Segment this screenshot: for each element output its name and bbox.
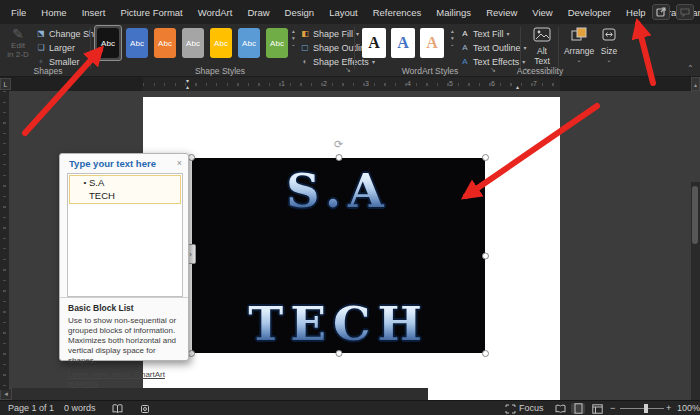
vertical-scrollbar[interactable]: ▾ <box>691 182 700 415</box>
size-button[interactable]: Size ⌄ <box>596 27 622 63</box>
larger-label: Larger <box>49 43 75 53</box>
shape-effects-icon: ◐ <box>300 57 310 66</box>
smartart-text-line2[interactable]: TECH <box>192 296 485 351</box>
resize-handle-bottom-left[interactable] <box>188 350 195 357</box>
text-fill-button[interactable]: A Text Fill ▾ <box>460 27 510 40</box>
resize-handle-top-left[interactable] <box>188 154 195 161</box>
alt-text-button[interactable]: Alt Text <box>527 27 557 66</box>
zoom-in-button[interactable]: + <box>666 403 671 413</box>
tab-stop-selector[interactable]: L <box>0 78 11 90</box>
status-bar: Page 1 of 1 0 words Focus − + 100% <box>0 400 700 415</box>
tab-help[interactable]: Help <box>622 3 650 22</box>
tab-wordart[interactable]: WordArt <box>194 3 237 22</box>
tab-review[interactable]: Review <box>482 3 521 22</box>
list-item-text: S.A <box>89 177 104 188</box>
zoom-percentage[interactable]: 100% <box>677 403 700 413</box>
text-pane-list[interactable]: • S.A TECH <box>67 173 183 297</box>
learn-more-link[interactable]: Learn more about SmartArt graphics <box>68 370 180 388</box>
read-mode-icon[interactable] <box>553 403 567 414</box>
ruler-row: L 1 2 3 4 5 6 7 ▾ ▴ ▴ <box>0 77 700 91</box>
shape-fill-icon: ◧ <box>300 29 310 38</box>
shape-style-swatch-gray[interactable]: Abc <box>182 28 204 58</box>
layout-name: Basic Block List <box>68 303 180 313</box>
shape-style-swatch-orange[interactable]: Abc <box>154 28 176 58</box>
scrollbar-thumb[interactable] <box>692 186 698 244</box>
ruler-number: 7 <box>533 80 537 87</box>
list-item[interactable]: • S.A <box>70 176 180 189</box>
horizontal-ruler: 1 2 3 4 5 6 7 ▾ ▴ ▴ <box>143 77 560 91</box>
wordart-styles-dialog-launcher[interactable]: ↘ <box>490 66 496 74</box>
macro-record-icon[interactable] <box>138 403 152 414</box>
close-icon[interactable]: × <box>177 158 182 168</box>
tab-picture-format[interactable]: Picture Format <box>116 3 186 22</box>
wordart-style-blue-outline[interactable]: A <box>391 28 415 58</box>
scroll-up-icon[interactable]: ▴ <box>691 77 700 91</box>
tab-design[interactable]: Design <box>281 3 319 22</box>
edit-in-2d-button[interactable]: ✎ Edit in 2-D <box>3 27 33 60</box>
focus-button[interactable]: Focus <box>519 403 544 413</box>
arrange-button[interactable]: Arrange ⌄ <box>563 27 595 63</box>
shape-styles-dialog-launcher[interactable]: ↘ <box>345 66 351 74</box>
collapse-ribbon-icon[interactable]: ⌃ <box>687 64 694 73</box>
list-item[interactable]: TECH <box>70 189 180 202</box>
resize-handle-top-center[interactable] <box>335 154 342 161</box>
smaller-icon: ▫ <box>36 57 46 66</box>
shape-style-swatch-blue[interactable]: Abc <box>126 28 148 58</box>
shape-style-swatch-green[interactable]: Abc <box>266 28 288 58</box>
horizontal-scrollbar[interactable]: ◂ <box>0 388 428 400</box>
chevron-down-icon: ▾ <box>507 30 510 37</box>
ruler-number: 1 <box>281 80 285 87</box>
tab-references[interactable]: References <box>369 3 426 22</box>
vertical-ruler <box>0 91 9 390</box>
gallery-more-icon[interactable]: ⌄ <box>291 42 296 48</box>
zoom-out-button[interactable]: − <box>610 403 615 413</box>
zoom-slider-thumb[interactable] <box>644 404 648 413</box>
tab-insert[interactable]: Insert <box>78 3 110 22</box>
tab-mailings[interactable]: Mailings <box>432 3 475 22</box>
wordart-style-orange-outline[interactable]: A <box>420 28 444 58</box>
tab-view[interactable]: View <box>528 3 556 22</box>
ruler-number: 4 <box>407 80 411 87</box>
shape-style-swatch-yellow[interactable]: Abc <box>210 28 232 58</box>
accessibility-group-label: Accessibility <box>508 66 572 76</box>
gallery-up-icon[interactable]: ▴ <box>451 29 454 35</box>
text-pane-info: Basic Block List Use to show non-sequent… <box>60 297 188 360</box>
ribbon: ✎ Edit in 2-D ⬔ Change Shape ▾ ❏ Larger … <box>0 24 700 77</box>
chevron-down-icon: ▾ <box>356 30 359 37</box>
wordart-style-black[interactable]: A <box>362 28 386 58</box>
shape-fill-button[interactable]: ◧ Shape Fill ▾ <box>300 27 359 40</box>
smartart-text-line1[interactable]: S.A <box>192 164 485 218</box>
proofing-icon[interactable] <box>110 403 124 414</box>
larger-button[interactable]: ❏ Larger <box>36 41 75 54</box>
page-indicator[interactable]: Page 1 of 1 <box>8 403 54 413</box>
zoom-slider-track[interactable] <box>620 408 664 409</box>
hanging-indent-marker[interactable]: ▴ <box>186 84 189 90</box>
resize-handle-bottom-center[interactable] <box>335 350 342 357</box>
resize-handle-right[interactable] <box>482 252 489 259</box>
rotate-handle-icon[interactable]: ⟳ <box>334 139 343 150</box>
tab-file[interactable]: File <box>7 3 30 22</box>
comments-button[interactable] <box>676 4 694 20</box>
resize-handle-bottom-right[interactable] <box>482 350 489 357</box>
shape-style-swatch-black[interactable]: Abc <box>97 28 119 58</box>
tab-draw[interactable]: Draw <box>243 3 273 22</box>
text-outline-button[interactable]: A Text Outline ▾ <box>460 41 527 54</box>
text-pane-header: Type your text here × <box>60 154 188 172</box>
smartart-canvas[interactable]: S.A TECH ⟳ › <box>192 158 485 353</box>
web-layout-icon[interactable] <box>590 403 604 414</box>
right-indent-marker[interactable]: ▴ <box>516 84 519 90</box>
tab-developer[interactable]: Developer <box>564 3 615 22</box>
tab-home[interactable]: Home <box>37 3 70 22</box>
gallery-more-icon[interactable]: ⌄ <box>450 42 455 48</box>
gallery-up-icon[interactable]: ▴ <box>292 29 295 35</box>
word-count[interactable]: 0 words <box>64 403 96 413</box>
text-effects-icon: A <box>460 57 470 66</box>
edit-2d-icon: ✎ <box>12 27 24 42</box>
shape-style-swatch-light-blue[interactable]: Abc <box>238 28 260 58</box>
resize-handle-top-right[interactable] <box>482 154 489 161</box>
size-label: Size <box>601 47 618 57</box>
print-layout-icon[interactable] <box>571 403 585 414</box>
chevron-down-icon: ▾ <box>522 58 525 65</box>
tab-layout[interactable]: Layout <box>325 3 362 22</box>
share-button[interactable] <box>652 4 670 20</box>
